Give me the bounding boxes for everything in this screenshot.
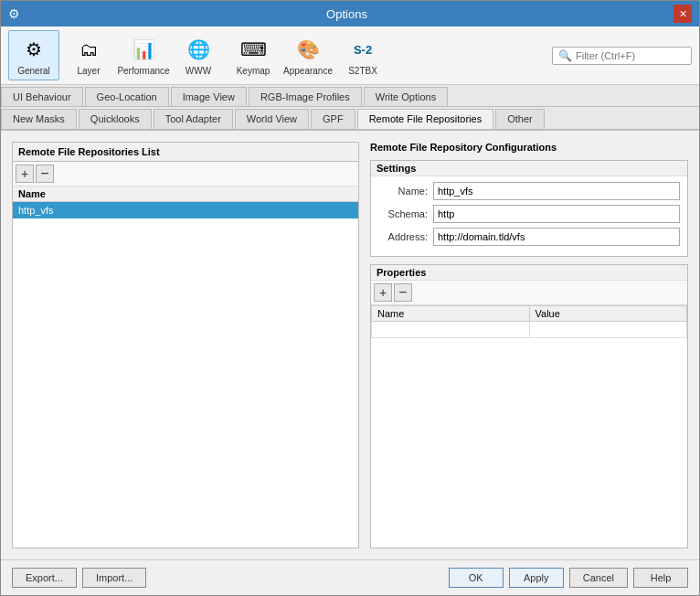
close-button[interactable]: ✕ (673, 5, 692, 23)
address-label: Address: (378, 231, 433, 242)
tab-row-1: UI Behaviour Geo-Location Image View RGB… (1, 85, 699, 131)
list-remove-button[interactable]: − (36, 165, 54, 183)
tab-world-view[interactable]: World View (235, 109, 309, 129)
tab-gpf[interactable]: GPF (311, 109, 355, 129)
toolbar-item-www[interactable]: 🌐 WWW (173, 30, 224, 80)
layer-icon: 🗂 (74, 35, 103, 64)
toolbar-label-performance: Performance (117, 66, 169, 76)
list-body: http_vfs (13, 202, 358, 548)
name-field-row: Name: (378, 182, 680, 200)
right-panel-title: Remote File Repository Configurations (370, 142, 688, 153)
options-window: ⚙ Options ✕ ⚙ General 🗂 Layer 📊 Performa… (0, 0, 700, 596)
name-label: Name: (378, 186, 433, 197)
appearance-icon: 🎨 (293, 35, 323, 64)
main-content: Remote File Repositories List + − Name h… (1, 131, 699, 559)
toolbar-item-s2tbx[interactable]: S-2 S2TBX (337, 30, 388, 80)
settings-section: Settings Name: Schema: Address: (370, 160, 688, 257)
left-panel: Remote File Repositories List + − Name h… (12, 142, 359, 548)
tab-tool-adapter[interactable]: Tool Adapter (154, 109, 233, 129)
footer-right: OK Apply Cancel Help (449, 568, 688, 588)
address-input[interactable] (433, 228, 680, 246)
import-button[interactable]: Import... (82, 568, 146, 588)
properties-section: Properties + − Name Value (370, 264, 688, 548)
list-item[interactable]: http_vfs (13, 202, 358, 218)
toolbar-label-general: General (17, 66, 50, 76)
performance-icon: 📊 (129, 35, 158, 64)
props-table: Name Value (371, 305, 687, 548)
toolbar-item-general[interactable]: ⚙ General (8, 30, 59, 80)
props-cell-name[interactable] (372, 322, 530, 338)
title-bar: ⚙ Options ✕ (1, 1, 699, 27)
list-column-name: Name (18, 188, 46, 199)
tab-rgb-image-profiles[interactable]: RGB-Image Profiles (249, 87, 362, 106)
content-area: Remote File Repositories List + − Name h… (12, 142, 688, 548)
www-icon: 🌐 (184, 35, 213, 64)
address-field-row: Address: (378, 228, 680, 246)
help-button[interactable]: Help (633, 568, 688, 588)
props-remove-button[interactable]: − (394, 283, 412, 302)
tab-remote-file-repositories[interactable]: Remote File Repositories (357, 109, 494, 129)
tab-write-options[interactable]: Write Options (364, 87, 448, 106)
toolbar-item-keymap[interactable]: ⌨ Keymap (228, 30, 279, 80)
title-bar-controls: ✕ (673, 5, 692, 23)
filter-input[interactable] (576, 50, 685, 61)
general-icon: ⚙ (19, 35, 48, 64)
export-button[interactable]: Export... (12, 568, 77, 588)
tab-quicklooks[interactable]: Quicklooks (79, 109, 152, 129)
window-title: Options (20, 7, 673, 21)
tab-ui-behaviour[interactable]: UI Behaviour (1, 87, 83, 106)
search-icon: 🔍 (558, 49, 572, 62)
schema-label: Schema: (378, 208, 433, 219)
props-add-button[interactable]: + (374, 283, 392, 302)
props-cell-value[interactable] (529, 322, 687, 338)
tab-image-view[interactable]: Image View (171, 87, 247, 106)
s2tbx-icon: S-2 (348, 35, 377, 64)
tab-new-masks[interactable]: New Masks (1, 109, 77, 129)
footer: Export... Import... OK Apply Cancel Help (1, 559, 699, 595)
left-panel-title: Remote File Repositories List (13, 143, 358, 162)
toolbar: ⚙ General 🗂 Layer 📊 Performance 🌐 WWW ⌨ … (1, 27, 699, 85)
list-add-button[interactable]: + (16, 165, 34, 183)
tab-row-1-inner: UI Behaviour Geo-Location Image View RGB… (1, 85, 699, 107)
toolbar-label-s2tbx: S2TBX (348, 66, 377, 76)
props-col-name: Name (372, 306, 530, 322)
toolbar-label-www: WWW (186, 66, 211, 76)
apply-button[interactable]: Apply (509, 568, 564, 588)
schema-input[interactable] (433, 205, 680, 223)
ok-button[interactable]: OK (449, 568, 504, 588)
schema-field-row: Schema: (378, 205, 680, 223)
settings-title: Settings (371, 161, 687, 176)
props-col-value: Value (529, 306, 687, 322)
tab-other[interactable]: Other (495, 109, 545, 129)
cancel-button[interactable]: Cancel (569, 568, 628, 588)
footer-left: Export... Import... (12, 568, 146, 588)
name-input[interactable] (433, 182, 680, 200)
toolbar-item-appearance[interactable]: 🎨 Appearance (282, 30, 334, 80)
props-controls: + − (371, 281, 687, 305)
keymap-icon: ⌨ (239, 35, 268, 64)
toolbar-label-keymap: Keymap (237, 66, 270, 76)
tab-geo-location[interactable]: Geo-Location (85, 87, 169, 106)
tab-row-2-inner: New Masks Quicklooks Tool Adapter World … (1, 107, 699, 130)
properties-title: Properties (371, 265, 687, 281)
props-empty-row (372, 322, 687, 338)
settings-body: Name: Schema: Address: (371, 176, 687, 256)
toolbar-label-layer: Layer (77, 66, 100, 76)
toolbar-item-performance[interactable]: 📊 Performance (118, 30, 169, 80)
toolbar-item-layer[interactable]: 🗂 Layer (63, 30, 114, 80)
right-panel: Remote File Repository Configurations Se… (370, 142, 688, 548)
toolbar-label-appearance: Appearance (283, 66, 333, 76)
list-header: Name (13, 186, 358, 202)
filter-box: 🔍 (552, 47, 692, 65)
list-controls: + − (13, 162, 358, 186)
